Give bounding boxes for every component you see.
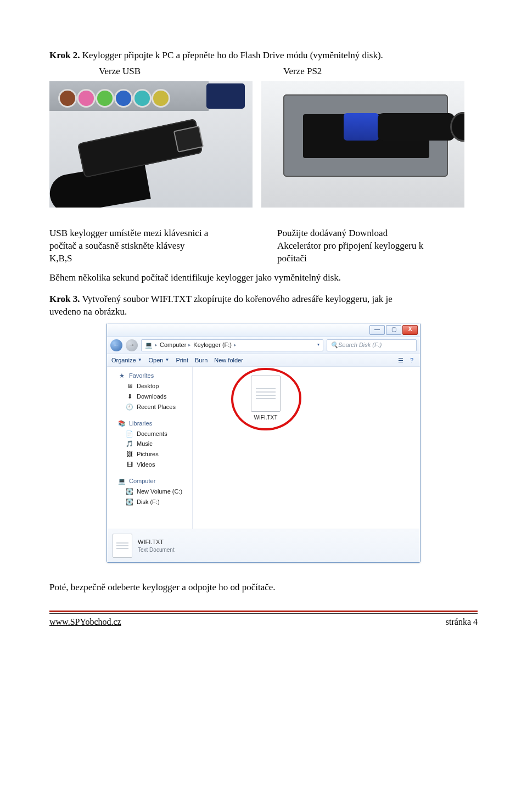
hardware-images-row (49, 81, 478, 208)
music-icon: 🎵 (126, 440, 133, 448)
nav-back-button[interactable]: ← (110, 339, 122, 351)
sidebar-item-music[interactable]: 🎵 Music (107, 439, 192, 449)
sidebar-item-disk-f[interactable]: 💽 Disk (F:) (107, 497, 192, 507)
footer-divider-thin (49, 613, 478, 614)
sidebar-item-label: New Volume (C:) (137, 488, 182, 496)
new-folder-label: New folder (214, 356, 243, 365)
text-file-icon (113, 534, 132, 558)
organize-button[interactable]: Organize ▼ (111, 356, 142, 365)
usb-keylogger-image (49, 81, 253, 208)
help-icon[interactable]: ? (408, 356, 416, 364)
sidebar-item-pictures[interactable]: 🖼 Pictures (107, 449, 192, 460)
window-close-button[interactable]: X (402, 325, 418, 335)
print-button[interactable]: Print (176, 356, 188, 365)
pictures-icon: 🖼 (126, 451, 133, 458)
vga-port-icon (206, 83, 245, 109)
search-input[interactable]: 🔍 Search Disk (F:) (327, 339, 417, 351)
libraries-icon: 📚 (118, 419, 126, 427)
step3-text-line1: Vytvořený soubor WIFI.TXT zkopírujte do … (82, 294, 392, 304)
burn-button[interactable]: Burn (195, 356, 208, 365)
address-bar: ← → 💻 ▸ Computer ▸ Keylogger (F:) ▸ ▾ 🔍 … (107, 337, 420, 354)
sidebar-computer-header[interactable]: 💻 Computer (107, 475, 192, 486)
ps2-instruction: Použijte dodávaný Download Akcelerátor p… (277, 227, 478, 265)
sidebar-item-label: Recent Places (137, 403, 176, 411)
chevron-down-icon: ▼ (138, 357, 142, 363)
audio-port-icon (114, 89, 133, 108)
recent-icon: 🕘 (126, 403, 133, 411)
step3-paragraph: Krok 3. Vytvořený soubor WIFI.TXT zkopír… (49, 293, 478, 318)
sidebar-computer-label: Computer (129, 477, 155, 485)
step2-paragraph: Krok 2. Keylogger připojte k PC a přepně… (49, 49, 478, 62)
explorer-sidebar: ★ Favorites 🖥 Desktop ⬇ Downloads 🕘 Rece… (107, 367, 193, 529)
crumb-keylogger[interactable]: Keylogger (F:) (193, 341, 232, 349)
sidebar-favorites-label: Favorites (129, 372, 154, 380)
ps2-keylogger-icon (378, 113, 455, 141)
open-button[interactable]: Open ▼ (149, 356, 170, 365)
usb-port-opening-icon (173, 126, 204, 153)
new-folder-button[interactable]: New folder (214, 356, 243, 365)
sidebar-item-label: Music (137, 440, 153, 448)
crumb-computer[interactable]: Computer (160, 341, 186, 349)
ps2-line1: Použijte dodávaný Download (277, 227, 478, 240)
window-minimize-button[interactable]: — (369, 325, 385, 335)
text-file-icon (251, 376, 281, 412)
footer-site-link[interactable]: www.SPYobchod.cz (49, 616, 121, 628)
usb-instruction: USB keylogger umístěte mezi klávesnici a… (49, 227, 250, 265)
instruction-columns: USB keylogger umístěte mezi klávesnici a… (49, 227, 478, 265)
usb-line3: K,B,S (49, 253, 250, 265)
sidebar-item-documents[interactable]: 📄 Documents (107, 429, 192, 439)
ps2-keylogger-image (261, 81, 464, 208)
window-titlebar: — ▢ X (107, 323, 420, 337)
version-ps2-label: Verze PS2 (283, 65, 322, 78)
usb-line1: USB keylogger umístěte mezi klávesnici a (49, 227, 250, 240)
file-name-label: WIFI.TXT (242, 414, 289, 422)
burn-label: Burn (195, 356, 208, 365)
identify-paragraph: Během několika sekund počítač identifiku… (49, 272, 478, 284)
search-icon: 🔍 (330, 341, 338, 349)
audio-port-icon (96, 89, 114, 108)
usb-line2: počítač a současně stiskněte klávesy (49, 240, 250, 253)
explorer-details-pane: WIFI.TXT Text Document (107, 529, 420, 562)
sidebar-libraries-header[interactable]: 📚 Libraries (107, 418, 192, 429)
details-text: WIFI.TXT Text Document (138, 538, 175, 553)
window-maximize-button[interactable]: ▢ (386, 325, 401, 335)
audio-port-icon (58, 89, 77, 108)
breadcrumb-dropdown-icon[interactable]: ▾ (317, 342, 319, 348)
step2-label: Krok 2. (49, 50, 80, 60)
version-usb-label: Verze USB (99, 65, 141, 78)
sidebar-item-label: Disk (F:) (137, 498, 160, 506)
sidebar-item-volume-c[interactable]: 💽 New Volume (C:) (107, 486, 192, 497)
view-options-icon[interactable]: ☰ (397, 356, 405, 364)
audio-port-icon (77, 89, 96, 108)
explorer-content-pane[interactable]: WIFI.TXT (193, 367, 420, 529)
footer-page-number: stránka 4 (446, 616, 478, 628)
sidebar-item-label: Documents (137, 430, 167, 438)
sidebar-item-recent[interactable]: 🕘 Recent Places (107, 402, 192, 412)
step3-label: Krok 3. (49, 294, 80, 304)
step3-text-line2: uvedeno na obrázku. (49, 306, 127, 317)
sidebar-favorites-header[interactable]: ★ Favorites (107, 370, 192, 381)
footer-divider-red (49, 611, 478, 612)
computer-icon: 💻 (145, 341, 153, 349)
sidebar-item-videos[interactable]: 🎞 Videos (107, 460, 192, 470)
sidebar-libraries-label: Libraries (129, 419, 152, 428)
page-footer: www.SPYobchod.cz stránka 4 (49, 611, 478, 628)
nav-forward-button[interactable]: → (126, 339, 138, 351)
desktop-icon: 🖥 (126, 383, 133, 390)
ps2-line3: počítači (277, 253, 478, 265)
explorer-body: ★ Favorites 🖥 Desktop ⬇ Downloads 🕘 Rece… (107, 367, 420, 529)
chevron-right-icon: ▸ (188, 341, 191, 348)
sidebar-item-downloads[interactable]: ⬇ Downloads (107, 391, 192, 402)
file-item-wifi-txt[interactable]: WIFI.TXT (242, 376, 289, 422)
computer-icon: 💻 (118, 477, 126, 485)
breadcrumb[interactable]: 💻 ▸ Computer ▸ Keylogger (F:) ▸ ▾ (141, 339, 323, 351)
chevron-right-icon: ▸ (155, 341, 158, 348)
version-row: Verze USB Verze PS2 (99, 65, 478, 78)
chevron-down-icon: ▼ (165, 357, 169, 363)
open-label: Open (149, 356, 164, 365)
audio-port-icon (152, 89, 170, 108)
after-image-paragraph: Poté, bezpečně odeberte keylogger a odpo… (49, 581, 478, 594)
ps2-connector-icon (344, 113, 379, 141)
sidebar-item-desktop[interactable]: 🖥 Desktop (107, 381, 192, 391)
step2-text: Keylogger připojte k PC a přepněte ho do… (82, 50, 383, 60)
